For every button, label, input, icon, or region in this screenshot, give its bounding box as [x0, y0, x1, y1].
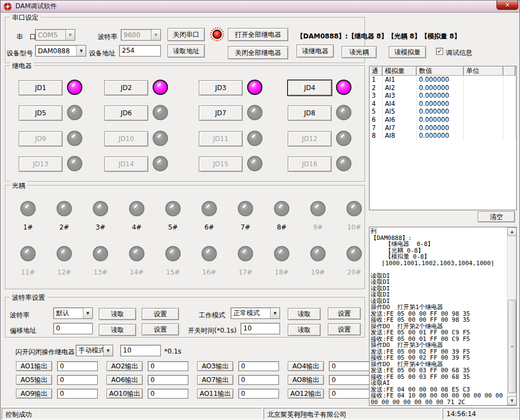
- ao-output-button-12[interactable]: AO12输出: [288, 389, 324, 399]
- opto-cell: 14#: [119, 246, 155, 276]
- close-icon[interactable]: ✕: [496, 1, 518, 10]
- scrollbar-thumb[interactable]: ≡: [508, 300, 516, 393]
- flash-mode-select[interactable]: 手动模式 ▼: [76, 345, 113, 356]
- ao-output-input-4[interactable]: 0: [329, 361, 370, 371]
- read-opto-button[interactable]: 读光耦: [342, 46, 377, 58]
- switch-time-read-button[interactable]: 读取: [288, 324, 321, 336]
- work-mode-select[interactable]: 正常模式 ▼: [231, 307, 280, 319]
- relay-led-jd8: [336, 105, 351, 120]
- table-row[interactable]: 6AI60.000000: [370, 116, 516, 124]
- ao-output-button-6[interactable]: AO6输出: [107, 375, 143, 385]
- ao-output-button-1[interactable]: AO1输出: [16, 361, 52, 371]
- ao-output-input-5[interactable]: 0: [57, 375, 98, 385]
- table-row[interactable]: 2AI20.000000: [370, 84, 516, 92]
- log-panel[interactable]: 列 【DAM0888】: 【继电器 0-8】 【光耦 0-8】 【模拟量 0-8…: [369, 227, 517, 406]
- device-addr-input[interactable]: 254: [119, 45, 161, 57]
- debug-info-checkbox[interactable]: ✓: [436, 48, 443, 55]
- status-time: 14:56:14: [443, 408, 519, 419]
- relay-button-jd8[interactable]: JD8: [288, 105, 332, 121]
- relay-button-jd6[interactable]: JD6: [104, 105, 148, 121]
- ao-output-input-8[interactable]: 0: [329, 375, 370, 385]
- analog-table-header-cell[interactable]: 数值: [417, 66, 464, 76]
- relay-button-jd4[interactable]: JD4: [288, 80, 332, 96]
- ao-output-input-11[interactable]: 0: [238, 389, 279, 399]
- relay-button-jd2[interactable]: JD2: [104, 80, 148, 96]
- work-mode-set-button[interactable]: 设置: [328, 307, 361, 320]
- switch-time-set-button[interactable]: 设置: [328, 323, 361, 335]
- opto-grid: 1#2#3#4#5#6#7#8#9#10#11#12#13#14#15#16#1…: [5, 186, 365, 289]
- clear-log-button[interactable]: 清空: [478, 211, 515, 222]
- baud-rate-select[interactable]: 默认 ▼: [53, 307, 93, 319]
- analog-table-header-cell[interactable]: 模拟量: [383, 66, 417, 76]
- ao-output-input-10[interactable]: 0: [148, 389, 188, 399]
- read-analog-button[interactable]: 读模拟量: [389, 46, 426, 58]
- offset-addr-input[interactable]: 0: [53, 323, 93, 334]
- ao-output-input-3[interactable]: 0: [238, 361, 279, 371]
- analog-table[interactable]: 通模拟量数值单位1AI10.0000002AI20.0000003AI30.00…: [369, 66, 517, 210]
- ao-output-input-9[interactable]: 0: [57, 389, 98, 399]
- table-cell: [504, 84, 516, 92]
- ao-output-input-2[interactable]: 0: [148, 361, 188, 371]
- ao-output-button-8[interactable]: AO8输出: [288, 375, 324, 385]
- offset-read-button[interactable]: 读取: [99, 324, 136, 336]
- scroll-down-icon[interactable]: ▼: [507, 396, 517, 405]
- opto-cell: 11#: [10, 246, 46, 276]
- relay-button-jd5[interactable]: JD5: [19, 105, 63, 121]
- table-row[interactable]: 5AI50.000000: [370, 108, 516, 116]
- ao-output-input-6[interactable]: 0: [148, 375, 188, 385]
- baud-set-button[interactable]: 设置: [142, 308, 179, 320]
- table-row[interactable]: 1AI10.000000: [370, 76, 516, 84]
- table-row[interactable]: 8AI80.000000: [370, 132, 516, 140]
- ao-output-button-3[interactable]: AO3输出: [197, 361, 233, 371]
- chevron-down-icon: ▼: [76, 46, 86, 56]
- ao-output-input-1[interactable]: 0: [57, 361, 98, 371]
- open-all-relays-button[interactable]: 打开全部继电器: [228, 28, 288, 41]
- table-row[interactable]: 3AI30.000000: [370, 92, 516, 100]
- ao-output-button-4[interactable]: AO4输出: [288, 361, 324, 371]
- table-cell: 7: [370, 124, 383, 132]
- device-model-select[interactable]: DAM0888 ▼: [35, 45, 86, 57]
- read-relay-button[interactable]: 读继电器: [297, 44, 334, 58]
- table-cell: 0.000000: [417, 116, 464, 124]
- work-mode-read-button[interactable]: 读取: [288, 308, 321, 320]
- relay-button-jd11: JD11: [199, 131, 243, 147]
- offset-addr-label: 偏移地址: [10, 326, 36, 335]
- opto-led-9#: [310, 201, 326, 216]
- relay-button-jd7[interactable]: JD7: [199, 105, 243, 121]
- ao-output-button-5[interactable]: AO5输出: [16, 375, 52, 385]
- ao-output-button-11[interactable]: AO11输出: [197, 389, 233, 399]
- table-row[interactable]: 4AI40.000000: [370, 100, 516, 108]
- read-addr-button[interactable]: 读取地址: [167, 44, 205, 58]
- scroll-up-icon[interactable]: ▲: [507, 227, 517, 236]
- chevron-down-icon: ▼: [151, 30, 160, 40]
- ao-output-button-2[interactable]: AO2输出: [107, 361, 143, 371]
- log-scrollbar[interactable]: ▲ ≡ ▼: [507, 227, 516, 405]
- offset-set-button[interactable]: 设置: [142, 323, 179, 335]
- opto-label: 4#: [132, 223, 142, 231]
- ao-output-button-9[interactable]: AO9输出: [16, 389, 52, 399]
- ao-output-button-10[interactable]: AO10输出: [107, 389, 143, 399]
- table-cell: 6: [370, 116, 383, 124]
- switch-time-input[interactable]: 10: [241, 323, 280, 334]
- flash-time-input[interactable]: 10: [120, 345, 161, 356]
- table-cell: AI5: [383, 108, 417, 116]
- baud-read-button[interactable]: 读取: [99, 308, 136, 320]
- analog-table-header-cell[interactable]: [504, 66, 516, 76]
- analog-table-header-cell[interactable]: 单位: [464, 66, 504, 76]
- table-row[interactable]: 7AI70.000000: [370, 124, 516, 132]
- opto-label: 8#: [277, 223, 287, 231]
- close-port-button[interactable]: 关闭串口: [167, 28, 205, 41]
- analog-table-header-cell[interactable]: 通: [370, 66, 383, 76]
- close-all-relays-button[interactable]: 关闭全部继电器: [228, 46, 288, 59]
- relay-led-jd5: [67, 105, 82, 120]
- opto-led-2#: [57, 201, 72, 216]
- opto-cell: 4#: [119, 201, 155, 231]
- ao-output-input-12[interactable]: 0: [329, 389, 370, 399]
- relay-button-jd3[interactable]: JD3: [199, 80, 243, 96]
- title-bar: DAM调试软件 ✕: [1, 1, 519, 13]
- ao-output-input-7[interactable]: 0: [238, 375, 279, 385]
- table-cell: 1: [370, 76, 383, 84]
- relay-button-jd1[interactable]: JD1: [19, 80, 63, 96]
- ao-output-button-7[interactable]: AO7输出: [197, 375, 233, 385]
- baud-select: 9600 ▼: [121, 29, 161, 41]
